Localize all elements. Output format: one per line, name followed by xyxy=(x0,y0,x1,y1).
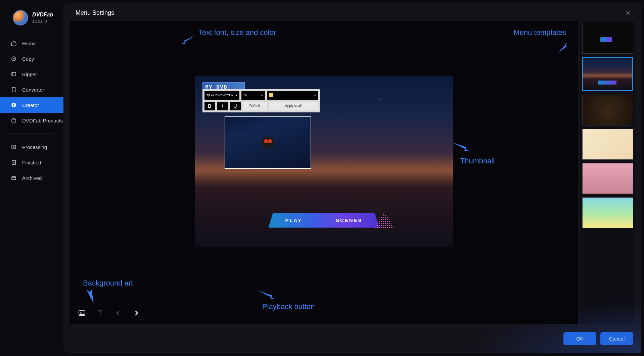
next-page-button[interactable] xyxy=(132,309,141,317)
nav-converter[interactable]: Converter xyxy=(0,82,63,97)
nav-creator[interactable]: Creator xyxy=(0,97,63,113)
nav-divider xyxy=(8,134,55,134)
scenes-button[interactable]: SCENES xyxy=(336,217,363,223)
nav-label: DVDFab Products xyxy=(22,118,63,123)
italic-icon: I xyxy=(222,103,223,109)
nav-label: Finished xyxy=(22,160,41,165)
template-item-3[interactable] xyxy=(582,129,633,160)
svg-point-16 xyxy=(81,312,82,313)
dialog-footer: OK Cancel xyxy=(63,324,641,353)
svg-point-1 xyxy=(13,58,14,59)
copy-icon xyxy=(11,56,17,62)
cancel-button[interactable]: Cancel xyxy=(600,332,633,345)
svg-point-0 xyxy=(12,57,16,61)
font-family-value: SF ALIEN ENCOUN xyxy=(206,94,234,97)
nav-copy[interactable]: Copy xyxy=(0,51,63,66)
font-color-select[interactable]: ▾ xyxy=(267,91,318,100)
nav-ripper[interactable]: Ripper xyxy=(0,66,63,82)
dvd-title-text: MY DVD xyxy=(205,85,228,90)
menu-settings-dialog: Menu Settings Text font, size and color … xyxy=(63,3,641,353)
nav-home[interactable]: Home xyxy=(0,36,63,51)
nav-label: Copy xyxy=(22,56,34,62)
nav-list-top: Home Copy Ripper Converter Creator xyxy=(0,36,63,128)
app-avatar-icon xyxy=(13,10,28,26)
annotation-playback-button: Playback button xyxy=(262,302,315,311)
template-item-4[interactable] xyxy=(582,163,633,194)
chevron-down-icon: ▾ xyxy=(314,94,316,97)
preview-panel: Text font, size and color Menu templates… xyxy=(70,21,578,324)
default-button[interactable]: Default xyxy=(243,102,267,110)
chevron-down-icon: ▾ xyxy=(236,94,237,97)
annotation-thumbnail: Thumbnail xyxy=(460,157,495,165)
underline-button[interactable]: U xyxy=(230,102,241,110)
apply-to-all-button[interactable]: Apply to all xyxy=(269,102,318,110)
creator-icon xyxy=(11,102,17,108)
bold-icon: B xyxy=(208,103,211,109)
apply-all-label: Apply to all xyxy=(285,104,302,108)
font-family-select[interactable]: SF ALIEN ENCOUN ▾ xyxy=(204,91,239,100)
playback-bar: PLAY SCENES xyxy=(269,213,379,228)
svg-rect-9 xyxy=(12,176,16,180)
font-size-select[interactable]: 16 ▾ xyxy=(241,91,265,100)
chevron-left-icon xyxy=(114,309,122,317)
cancel-label: Cancel xyxy=(609,336,625,342)
nav-finished[interactable]: Finished xyxy=(0,155,63,170)
svg-rect-3 xyxy=(12,87,15,92)
nav-list-bottom: Processing Finished Archived xyxy=(0,139,63,186)
archived-icon xyxy=(11,175,17,181)
close-button[interactable] xyxy=(624,9,632,17)
nav-label: Archived xyxy=(22,175,42,181)
preview-stage: MY DVD SF ALIEN ENCOUN ▾ 16 ▾ xyxy=(70,21,578,302)
converter-icon xyxy=(11,87,17,93)
dialog-header: Menu Settings xyxy=(63,3,641,21)
text-icon xyxy=(96,309,104,317)
svg-rect-6 xyxy=(12,119,16,122)
svg-point-5 xyxy=(13,104,15,106)
italic-button[interactable]: I xyxy=(217,102,228,110)
background-image-button[interactable] xyxy=(78,309,86,317)
app-version: 13.0.0.0 xyxy=(32,19,53,24)
template-list xyxy=(580,21,635,324)
dots-decoration-icon xyxy=(374,212,395,228)
video-thumbnail[interactable] xyxy=(225,116,311,169)
template-item-1[interactable] xyxy=(582,57,633,91)
default-label: Default xyxy=(249,104,260,108)
svg-marker-14 xyxy=(452,142,469,151)
dvd-title-box[interactable]: MY DVD xyxy=(202,82,245,92)
bottom-controls xyxy=(70,302,578,324)
nav-processing[interactable]: Processing xyxy=(0,139,63,155)
chevron-right-icon xyxy=(133,309,140,317)
home-icon xyxy=(11,40,17,46)
dialog-body: Text font, size and color Menu templates… xyxy=(63,21,641,324)
nav-label: Creator xyxy=(22,102,39,108)
close-icon xyxy=(625,9,631,16)
text-tool-button[interactable] xyxy=(96,309,104,317)
ok-button[interactable]: OK xyxy=(563,332,596,345)
nav-label: Ripper xyxy=(22,71,37,77)
text-toolbar: SF ALIEN ENCOUN ▾ 16 ▾ ▾ xyxy=(202,89,320,112)
canvas-wrap: MY DVD SF ALIEN ENCOUN ▾ 16 ▾ xyxy=(195,76,453,247)
main-area: Menu Settings Text font, size and color … xyxy=(63,0,644,356)
prev-page-button[interactable] xyxy=(114,309,123,317)
arrow-icon xyxy=(450,141,470,154)
nav-label: Home xyxy=(22,41,36,46)
bold-button[interactable]: B xyxy=(204,102,215,110)
nav-label: Converter xyxy=(22,87,44,93)
template-item-5[interactable] xyxy=(582,197,633,228)
image-icon xyxy=(78,309,86,317)
nav-label: Processing xyxy=(22,144,47,150)
template-item-2[interactable] xyxy=(582,95,633,125)
nav-products[interactable]: DVDFab Products xyxy=(0,113,63,128)
dvd-menu-canvas[interactable]: MY DVD SF ALIEN ENCOUN ▾ 16 ▾ xyxy=(195,76,453,247)
finished-icon xyxy=(11,159,17,165)
play-button[interactable]: PLAY xyxy=(285,217,302,223)
app-name: DVDFab xyxy=(32,12,53,18)
products-icon xyxy=(11,117,17,123)
underline-icon: U xyxy=(233,103,237,109)
template-item-0[interactable] xyxy=(582,23,633,54)
ok-label: OK xyxy=(576,336,584,342)
font-size-value: 16 xyxy=(243,94,247,97)
logo-area: DVDFab 13.0.0.0 xyxy=(0,10,63,36)
nav-archived[interactable]: Archived xyxy=(0,170,63,186)
ripper-icon xyxy=(11,71,17,77)
